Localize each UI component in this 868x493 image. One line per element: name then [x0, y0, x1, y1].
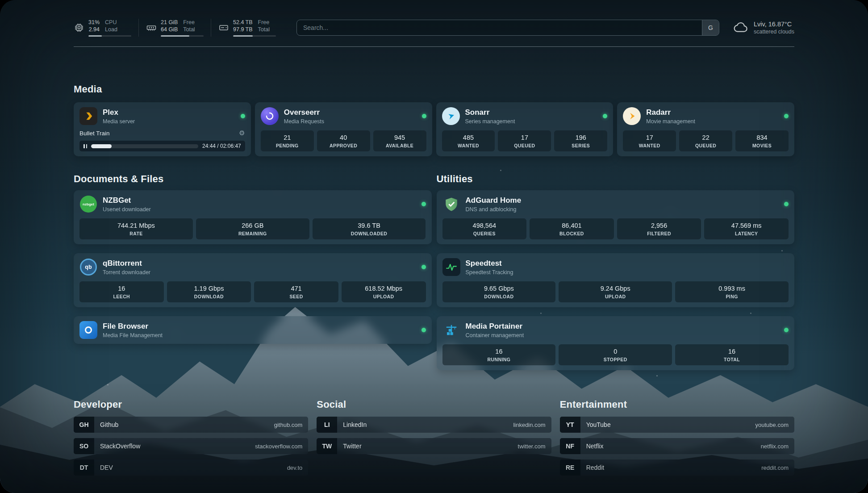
stat-value: 22	[681, 134, 730, 141]
service-subtitle: Container management	[466, 332, 524, 338]
status-dot	[421, 265, 426, 269]
storage-usage-bar	[233, 35, 276, 37]
bookmark-name: LinkedIn	[343, 421, 367, 428]
storage-free-label: Free	[258, 19, 270, 26]
stat-box: 498,564 QUERIES	[442, 218, 527, 239]
stat-box: 40 APPROVED	[317, 130, 370, 151]
search-bar: G	[296, 20, 719, 36]
media-card-row: Plex Media server Bullet Train ⚙ 24:44 /…	[74, 102, 794, 156]
service-card-speedtest[interactable]: Speedtest Speedtest Tracking 9.65 Gbps D…	[437, 253, 795, 307]
bookmark-stackoverflow[interactable]: SO StackOverflow stackoverflow.com	[74, 438, 308, 454]
bookmark-abbr: DT	[74, 460, 94, 476]
service-name: File Browser	[103, 322, 163, 331]
stat-box: 22 QUEUED	[679, 130, 732, 151]
service-card-sonarr[interactable]: Sonarr Series management 485 WANTED 17 Q…	[436, 102, 613, 156]
bookmark-netflix[interactable]: NF Netflix netflix.com	[560, 438, 794, 454]
cpu-load-label: Load	[105, 26, 117, 33]
stat-box: 196 SERIES	[554, 130, 607, 151]
service-card-filebrowser[interactable]: File Browser Media File Management	[74, 316, 432, 344]
memory-total-label: Total	[183, 26, 195, 33]
stat-box: 17 QUEUED	[498, 130, 551, 151]
search-engine-button[interactable]: G	[702, 20, 719, 35]
service-card-qbittorrent[interactable]: qb qBittorrent Torrent downloader 16 LEE…	[74, 253, 432, 307]
bookmark-abbr: TW	[317, 438, 337, 454]
stat-label: MOVIES	[737, 143, 787, 148]
status-dot	[421, 202, 426, 206]
stat-value: 1.19 Gbps	[169, 285, 250, 292]
stat-label: UPLOAD	[343, 294, 424, 299]
storage-total-label: Total	[258, 26, 270, 33]
filebrowser-icon	[79, 321, 97, 339]
service-subtitle: Media server	[103, 118, 135, 125]
section-title-media: Media	[74, 84, 794, 95]
service-name: Radarr	[646, 108, 695, 117]
stat-value: 21	[263, 134, 312, 141]
storage-total-value: 97.9 TB	[233, 26, 253, 33]
status-dot	[603, 114, 607, 118]
stat-label: REMAINING	[198, 231, 308, 236]
bookmark-name: StackOverflow	[100, 443, 140, 450]
stat-box: 1.19 Gbps DOWNLOAD	[167, 281, 251, 302]
stat-value: 0	[560, 348, 670, 355]
stat-value: 196	[556, 134, 605, 141]
bookmark-group-developer: Developer GH Github github.com SO StackO…	[74, 399, 308, 476]
adguard-shield-icon	[442, 195, 460, 213]
service-subtitle: Movie management	[646, 118, 695, 125]
stat-label: LATENCY	[706, 231, 787, 236]
seek-bar[interactable]	[91, 144, 198, 148]
stat-value: 618.52 Mbps	[343, 285, 424, 292]
pause-icon[interactable]	[83, 144, 87, 148]
stat-label: RUNNING	[444, 357, 554, 362]
stat-box: 16 LEECH	[79, 281, 164, 302]
nzbget-icon: nzbget	[79, 195, 97, 213]
stat-box: 9.65 Gbps DOWNLOAD	[442, 281, 556, 302]
service-subtitle: DNS and adblocking	[466, 206, 522, 213]
bookmark-linkedin[interactable]: LI LinkedIn linkedin.com	[317, 417, 551, 433]
speedtest-icon	[442, 258, 460, 276]
stat-value: 9.24 Gbps	[560, 285, 670, 292]
stat-label: AVAILABLE	[375, 143, 425, 148]
weather-widget[interactable]: Lviv, 16.87°C scattered clouds	[733, 20, 794, 35]
bookmark-dev[interactable]: DT DEV dev.to	[74, 460, 308, 476]
service-name: AdGuard Home	[466, 196, 522, 205]
stat-value: 0.993 ms	[677, 285, 787, 292]
radarr-icon	[623, 107, 641, 125]
stat-value: 86,401	[531, 222, 612, 229]
bookmark-reddit[interactable]: RE Reddit reddit.com	[560, 460, 794, 476]
service-subtitle: Torrent downloader	[103, 269, 150, 276]
service-name: Plex	[103, 108, 135, 117]
search-input[interactable]	[297, 20, 702, 35]
stat-box: 86,401 BLOCKED	[530, 218, 614, 239]
stat-box: 266 GB REMAINING	[196, 218, 309, 239]
bookmark-github[interactable]: GH Github github.com	[74, 417, 308, 433]
memory-total-value: 64 GiB	[161, 26, 178, 33]
storage-metric: 52.4 TB 97.9 TB Free Total	[211, 19, 283, 37]
service-card-overseerr[interactable]: Overseerr Media Requests 21 PENDING 40 A…	[255, 102, 432, 156]
cpu-usage-bar	[88, 35, 131, 37]
service-card-portainer[interactable]: Media Portainer Container management 16 …	[437, 316, 795, 370]
service-card-adguard[interactable]: AdGuard Home DNS and adblocking 498,564 …	[437, 190, 795, 244]
stat-box: 744.21 Mbps RATE	[79, 218, 193, 239]
stat-box: 834 MOVIES	[735, 130, 789, 151]
stat-value: 47.569 ms	[706, 222, 787, 229]
bookmark-url: reddit.com	[761, 464, 789, 471]
bookmark-url: youtube.com	[755, 422, 789, 428]
service-card-nzbget[interactable]: nzbget NZBGet Usenet downloader 744.21 M…	[74, 190, 432, 244]
utilities-column: Utilities	[437, 173, 795, 370]
bookmark-url: twitter.com	[518, 443, 546, 450]
stat-label: PING	[677, 294, 787, 299]
bookmark-youtube[interactable]: YT YouTube youtube.com	[560, 417, 794, 433]
status-dot	[784, 328, 789, 332]
bookmark-abbr: GH	[74, 417, 94, 433]
gear-icon[interactable]: ⚙	[239, 129, 245, 137]
qbittorrent-icon: qb	[79, 258, 97, 276]
service-name: Media Portainer	[466, 322, 524, 331]
bookmark-twitter[interactable]: TW Twitter twitter.com	[317, 438, 551, 454]
status-dot	[422, 114, 426, 118]
bookmark-name: DEV	[100, 464, 113, 471]
plex-icon	[79, 107, 97, 125]
cpu-usage-value: 31%	[88, 19, 100, 26]
service-card-plex[interactable]: Plex Media server Bullet Train ⚙ 24:44 /…	[74, 102, 251, 156]
service-card-radarr[interactable]: Radarr Movie management 17 WANTED 22 QUE…	[617, 102, 794, 156]
bookmark-name: Twitter	[343, 443, 361, 450]
